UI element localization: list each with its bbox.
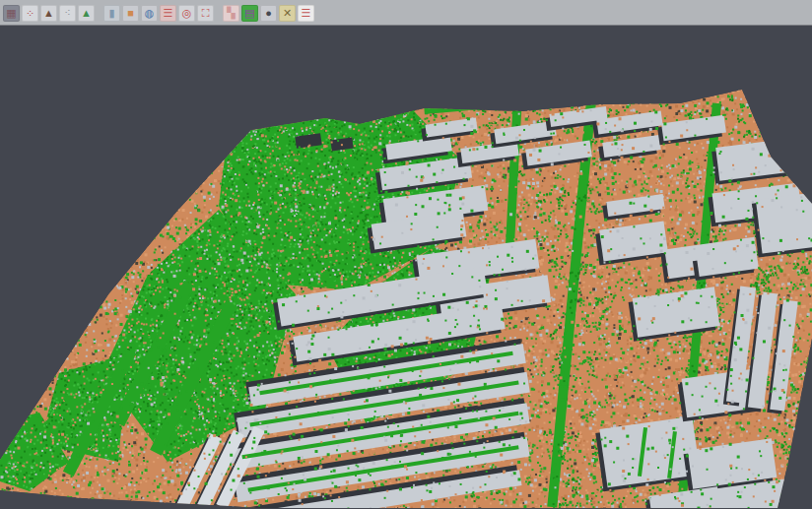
align-points-icon[interactable]: ⁘ <box>22 5 38 22</box>
red-stripes-icon[interactable]: ☰ <box>298 5 314 22</box>
classification-colors-icon[interactable]: ▤ <box>241 5 258 22</box>
column-chart-icon[interactable]: ▮ <box>103 5 120 22</box>
red-list-icon[interactable]: ☰ <box>160 5 176 22</box>
viewport-area <box>0 26 812 508</box>
globe-icon[interactable]: ◍ <box>141 5 158 22</box>
open-project-icon[interactable]: ▦ <box>3 5 20 22</box>
sparse-points-icon[interactable]: ⁖ <box>59 5 76 22</box>
measure-x-icon[interactable]: ✕ <box>279 5 296 22</box>
application-window: ▦⁘▲⁖▲▮■◍☰◎⛶▚▤●✕☰ <box>0 0 812 509</box>
target-ring-icon[interactable]: ◎ <box>178 5 195 22</box>
terrain-mound-icon[interactable]: ▲ <box>40 5 57 22</box>
orange-box-icon[interactable]: ■ <box>122 5 139 22</box>
3d-viewport[interactable] <box>0 26 812 508</box>
main-toolbar: ▦⁘▲⁖▲▮■◍☰◎⛶▚▤●✕☰ <box>0 0 812 26</box>
selection-frame-icon[interactable]: ⛶ <box>197 5 214 22</box>
pink-checker-icon[interactable]: ▚ <box>223 5 239 22</box>
green-terrain-icon[interactable]: ▲ <box>78 5 95 22</box>
dark-sphere-icon[interactable]: ● <box>260 5 277 22</box>
